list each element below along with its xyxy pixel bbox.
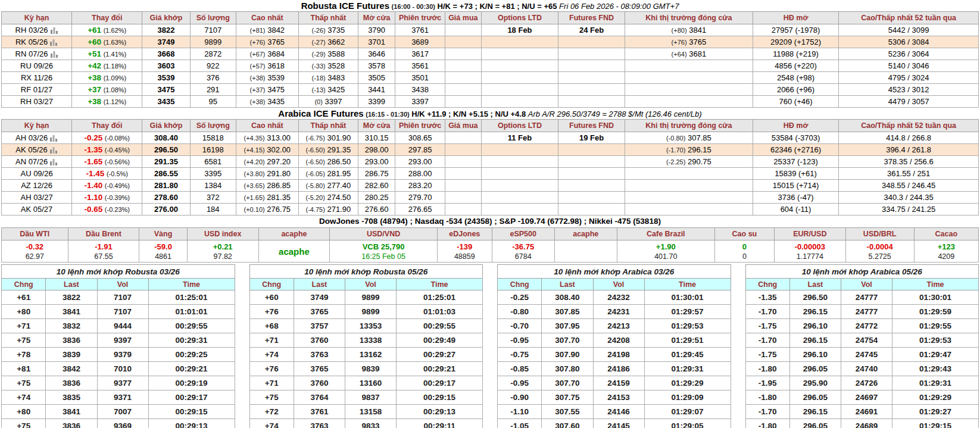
cell-volume: 9833: [345, 419, 397, 428]
cell-last-price: 3539: [142, 72, 190, 84]
cell-change: -0.25 (-0.08%): [72, 132, 142, 144]
robusta-session-hours: (16:00 - 00:30): [392, 3, 435, 10]
table-row: +803841700700:29:15: [2, 405, 235, 419]
cell-low: (-27) 3662: [298, 36, 358, 48]
cell-change: +71: [249, 376, 294, 390]
cell-change: -1.05: [498, 419, 542, 428]
cell-close: (-0.80) 307.85: [625, 132, 753, 144]
caption-row: 10 lệnh mới khớp Robusta 03/26: [2, 265, 235, 279]
column-header: Futures FND: [558, 120, 625, 132]
table-row: -1.10307.552414601:29:07: [498, 405, 731, 419]
chart-icon[interactable]: [50, 157, 58, 166]
chart-icon[interactable]: [51, 49, 58, 58]
index-cell: +1.90401.70: [617, 240, 714, 263]
cell-last-price: 3749: [142, 36, 190, 48]
recent-orders-table: 10 lệnh mới khớp Robusta 05/26ChngLastVo…: [249, 264, 483, 428]
cell-close: (+80) 3841: [625, 24, 753, 36]
cell-futures-fnd: 19 Feb: [558, 132, 625, 144]
cell-high-value: 3539: [267, 73, 285, 82]
cell-time: 01:29:15: [892, 419, 979, 428]
cell-volume: 9839: [345, 362, 397, 376]
cell-low-value: 3662: [327, 38, 345, 46]
cell-change: +75: [249, 390, 294, 405]
cell-change: -1.70: [745, 305, 789, 319]
cell-change: +37 (1.08%): [72, 84, 142, 96]
arabica-futures-table: Kỳ hạnThay đổiGiá khớpSố lượngCao nhấtTh…: [1, 119, 979, 215]
cell-volume: 24777: [841, 290, 892, 305]
cell-high: (+0.10) 276.75: [236, 204, 298, 215]
cell-close: [625, 60, 753, 72]
cell-last-price: 3836: [46, 376, 97, 390]
column-header: Thấp nhất: [298, 12, 358, 24]
header-row: Dầu WTIDầu BrentVàngUSD indexacapheUSD/V…: [2, 228, 979, 240]
table-row: -0.85307.802418601:29:31: [498, 362, 731, 376]
change-value: -1.40: [84, 181, 102, 190]
cell-volume: 13353: [345, 319, 397, 333]
table-row: -1.75296.102474501:29:47: [745, 348, 979, 362]
cell-high: (+4.15) 302.00: [236, 144, 298, 156]
chart-icon[interactable]: [50, 145, 58, 154]
cell-prev-session: 3438: [395, 84, 445, 96]
change-value: -0.25: [84, 133, 102, 142]
brand-label: acaphe: [260, 246, 329, 257]
cell-last-price: 296.50: [142, 144, 190, 156]
chart-icon[interactable]: [51, 26, 58, 35]
contract-month: RH 03/27: [20, 97, 53, 106]
chart-icon[interactable]: [50, 38, 58, 46]
index-value: 6784: [494, 252, 553, 261]
cell-time: 01:25:01: [148, 290, 235, 305]
cell-high: (+3.65) 286.85: [236, 180, 298, 192]
table-row: -1.70296.152477701:29:59: [745, 305, 979, 319]
chart-icon[interactable]: [50, 133, 58, 142]
index-change: +1.90: [619, 242, 713, 252]
cell-open-interest: 11988 (+219): [753, 48, 838, 60]
change-value: +42: [88, 61, 101, 70]
cell-high-value: 276.75: [267, 205, 291, 214]
cell-volume: 24697: [841, 390, 892, 405]
term-label: AN 07/26: [15, 157, 58, 166]
cell-low: (-6.50) 291.35: [298, 144, 358, 156]
cell-last-price: 296.15: [789, 405, 841, 419]
cell-futures-fnd: [558, 168, 625, 180]
cell-high-value: 313.00: [267, 133, 291, 142]
cell-last-price: 278.60: [142, 192, 190, 204]
cell-open: 282.60: [358, 180, 395, 192]
cell-last-price: 307.80: [542, 362, 593, 376]
cell-change: +74: [249, 348, 294, 362]
cell-last-price: 308.40: [542, 290, 593, 305]
cell-close: [625, 204, 753, 215]
index-value: 4861: [141, 252, 185, 261]
cell-high: (+4.20) 297.20: [236, 156, 298, 168]
index-column-header: Vàng: [139, 228, 187, 240]
cell-close-value: 296.15: [688, 145, 711, 154]
table-row: -1.95295.902472601:29:31: [745, 376, 979, 390]
column-header: Cao nhất: [236, 120, 298, 132]
cell-low-delta: (-13): [311, 86, 325, 93]
index-cell: VCB 25,79016:25 Feb 05: [330, 240, 438, 263]
coffee-futures-board: Robusta ICE Futures (16:00 - 00:30) H/K …: [0, 0, 980, 428]
change-value: -1.10: [84, 193, 102, 202]
cell-open: 3646: [358, 48, 395, 60]
cell-open: 3399: [358, 96, 395, 108]
cell-52w-range: 4523 / 3012: [839, 84, 979, 96]
cell-time: 00:29:49: [397, 333, 483, 348]
cell-term: AH 03/26: [2, 132, 72, 144]
cell-open: 3441: [358, 84, 395, 96]
cell-open-interest: 15015 (+714): [753, 180, 838, 192]
term-label: AH 03/26: [15, 133, 58, 142]
cell-high: (+67) 3684: [236, 48, 298, 60]
index-change: -0.00003: [776, 242, 844, 252]
cell-futures-fnd: [558, 96, 625, 108]
cell-low: (-13) 3425: [298, 84, 358, 96]
cell-volume: 24689: [841, 419, 892, 428]
index-cell: -0.00045.2725: [845, 240, 914, 263]
cell-last-price: 3841: [46, 305, 97, 319]
column-header: HĐ mở: [753, 120, 838, 132]
table-row: +6837571335300:29:55: [249, 319, 483, 333]
cell-52w-range: 414.8 / 266.8: [839, 132, 979, 144]
header-row: ChngLastVolTime: [2, 279, 235, 290]
cell-last-price: 296.15: [789, 305, 841, 319]
cell-low-delta: (-4.75): [305, 206, 324, 213]
robusta-title-line: Robusta ICE Futures (16:00 - 00:30) H/K …: [0, 0, 980, 11]
change-percent: (-0.49%): [105, 182, 130, 189]
